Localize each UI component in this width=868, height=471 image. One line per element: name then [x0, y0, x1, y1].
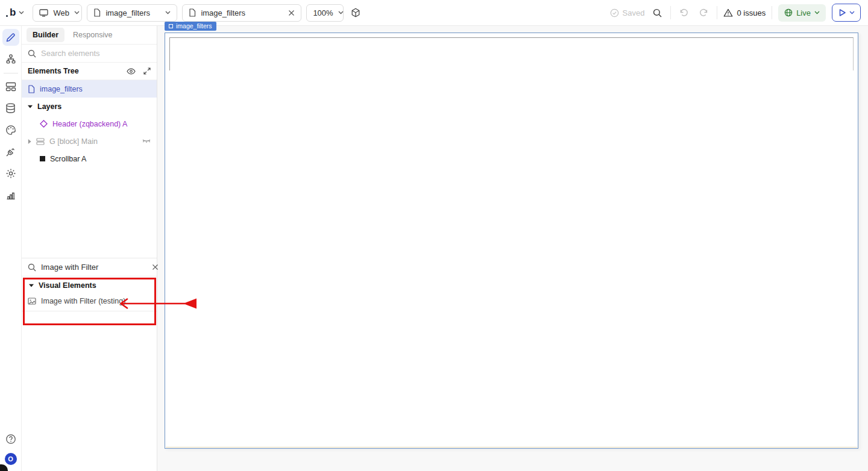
search-icon [28, 49, 36, 58]
redo-button[interactable] [697, 6, 711, 19]
issues-indicator[interactable]: 0 issues [723, 8, 766, 17]
palette-icon [5, 125, 16, 136]
play-icon [838, 8, 846, 17]
plug-icon [5, 147, 16, 157]
live-dropdown[interactable]: Live [778, 4, 826, 22]
rail-item-plugins[interactable] [2, 143, 19, 160]
page-selector-label: image_filters [105, 8, 160, 17]
search-button[interactable] [650, 6, 664, 20]
clear-search-icon[interactable] [152, 264, 159, 270]
monitor-icon [39, 9, 48, 17]
square-icon [40, 156, 45, 161]
divider [22, 311, 157, 311]
tree-item-layers[interactable]: Layers [22, 98, 157, 115]
open-page-tab[interactable]: image_filters [182, 4, 301, 22]
gear-icon [5, 168, 16, 179]
chevron-down-icon [19, 11, 24, 14]
rail-item-design[interactable] [2, 29, 19, 46]
page-square-icon [169, 24, 173, 28]
page-canvas[interactable] [165, 33, 858, 449]
close-icon[interactable] [288, 10, 295, 16]
database-icon [5, 103, 16, 114]
rail-item-reusables[interactable] [2, 78, 19, 95]
group-block-icon [36, 138, 45, 145]
elements-tree-title: Elements Tree [28, 67, 79, 75]
eye-closed-icon[interactable] [142, 139, 151, 144]
rail-item-workflow[interactable] [2, 51, 19, 67]
cube-icon [351, 8, 360, 17]
search-icon [28, 263, 36, 272]
tab-responsive[interactable]: Responsive [67, 28, 118, 42]
warning-triangle-icon [723, 8, 733, 17]
expand-icon[interactable] [143, 67, 151, 75]
insert-search-input[interactable] [41, 263, 147, 272]
elements-tree-header: Elements Tree [22, 63, 157, 80]
diamond-icon [40, 120, 48, 128]
device-selector[interactable]: Web [33, 4, 82, 22]
page-bottom-boundary [166, 447, 857, 448]
undo-icon [679, 8, 688, 17]
issues-label: 0 issues [737, 8, 766, 17]
divider [772, 6, 772, 19]
chevron-down-icon [74, 11, 80, 14]
zoom-selector[interactable]: 100% [306, 4, 344, 22]
page-icon [28, 85, 35, 93]
save-status-label: Saved [623, 8, 645, 17]
globe-icon [784, 8, 793, 17]
redo-icon [699, 8, 708, 17]
check-circle-icon [610, 8, 619, 17]
divider [670, 6, 671, 19]
page-selector[interactable]: image_filters [87, 4, 177, 22]
search-icon [653, 8, 662, 17]
caret-down-icon [29, 284, 34, 287]
preview-box-button[interactable] [348, 5, 363, 20]
rail-item-data[interactable] [2, 100, 19, 117]
tree-item-header-reusable[interactable]: Header (zqbackend) A [22, 115, 157, 133]
canvas-area[interactable] [157, 26, 868, 471]
eye-icon[interactable] [127, 68, 136, 75]
page-name-label: image_filters [176, 22, 212, 30]
bubble-logo: b [6, 7, 16, 19]
results-section-visual-elements[interactable]: Visual Elements [22, 278, 157, 293]
help-button[interactable] [2, 431, 19, 448]
tree-item-page[interactable]: image_filters [22, 80, 157, 98]
search-results: Visual Elements Image with Filter (testi… [22, 276, 157, 311]
chevron-down-icon [849, 11, 855, 14]
user-avatar[interactable]: O [5, 453, 17, 465]
header-element-outline[interactable] [169, 37, 854, 70]
tree-empty-space [22, 167, 157, 258]
elements-panel: Builder Responsive Elements Tree image_f… [22, 26, 157, 471]
divider [717, 6, 717, 19]
result-item-image-with-filter[interactable]: Image with Filter (testing) [22, 293, 157, 310]
zoom-level: 100% [313, 8, 333, 17]
tree-item-label: image_filters [40, 85, 83, 93]
preview-button[interactable] [832, 4, 861, 22]
tree-item-group-main[interactable]: G [block] Main [22, 133, 157, 150]
caret-right-icon[interactable] [28, 139, 31, 144]
tree-item-label: Header (zqbackend) A [52, 120, 127, 128]
tree-item-scrollbar[interactable]: Scrollbar A [22, 150, 157, 167]
undo-button[interactable] [677, 6, 691, 19]
search-elements-input[interactable] [41, 49, 151, 58]
divider [4, 73, 18, 73]
save-status: Saved [610, 8, 645, 17]
left-icon-rail: O [0, 26, 22, 471]
page-icon [93, 8, 101, 17]
rail-item-logs[interactable] [2, 187, 19, 204]
tab-builder[interactable]: Builder [27, 28, 64, 42]
insert-search-bar [22, 258, 157, 276]
top-toolbar: b Web image_filters image_filters 100 [0, 0, 868, 26]
page-name-tab[interactable]: image_filters [165, 22, 216, 31]
element-search-bar [22, 45, 157, 63]
workflow-icon [5, 54, 16, 64]
tree-item-label: Layers [37, 102, 61, 111]
device-label: Web [53, 8, 69, 17]
rail-item-styles[interactable] [2, 122, 19, 139]
app-menu[interactable]: b [6, 7, 24, 19]
components-icon [5, 82, 16, 92]
caret-down-icon[interactable] [28, 105, 33, 108]
rail-item-settings[interactable] [2, 165, 19, 182]
results-section-label: Visual Elements [39, 281, 96, 290]
pencil-icon [5, 33, 16, 43]
tab-label: image_filters [201, 8, 283, 17]
